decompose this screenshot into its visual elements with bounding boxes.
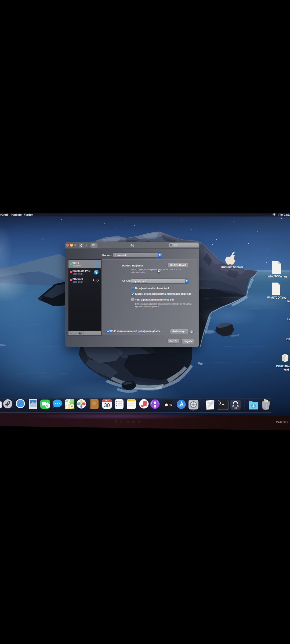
svg-text:tv: tv [169,403,172,406]
svg-text:ARA: ARA [105,400,109,401]
svg-text:30: 30 [104,402,110,408]
